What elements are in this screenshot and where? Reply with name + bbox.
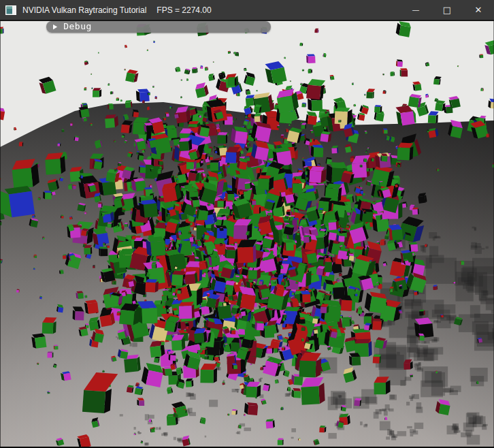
app-window: NVIDIA Vulkan Raytracing Tutorial FPS = … <box>0 0 494 448</box>
minimize-button[interactable]: — <box>400 0 431 20</box>
maximize-button[interactable]: □ <box>431 0 463 20</box>
fps-counter: FPS = 2274.00 <box>157 5 211 15</box>
debug-panel-header[interactable]: ▶ Debug <box>46 21 271 33</box>
minimize-icon: — <box>412 6 420 14</box>
raytracing-viewport[interactable] <box>0 21 494 448</box>
window-border-left <box>0 21 1 448</box>
maximize-icon: □ <box>443 5 451 14</box>
debug-panel-label: Debug <box>63 22 92 31</box>
app-icon <box>5 5 16 15</box>
close-icon: ✕ <box>475 5 482 14</box>
title-bar: NVIDIA Vulkan Raytracing Tutorial FPS = … <box>0 0 494 21</box>
collapse-arrow-icon: ▶ <box>53 24 57 30</box>
client-area: ▶ Debug <box>0 21 494 448</box>
window-title: NVIDIA Vulkan Raytracing Tutorial <box>22 5 146 15</box>
close-button[interactable]: ✕ <box>463 0 494 20</box>
window-controls: — □ ✕ <box>400 0 494 20</box>
